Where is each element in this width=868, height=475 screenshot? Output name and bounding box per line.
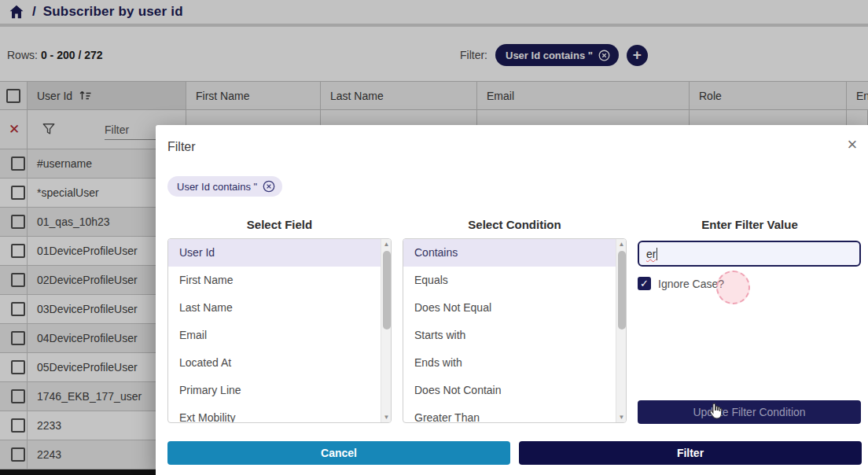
field-option-first-name[interactable]: First Name (168, 267, 381, 294)
enter-value-heading: Enter Filter Value (638, 218, 862, 231)
text-caret (657, 248, 657, 260)
condition-option-ends-with[interactable]: Ends with (403, 349, 616, 377)
scroll-down-icon[interactable]: ▼ (381, 412, 392, 422)
modal-filter-chip-text: User Id contains " (177, 181, 257, 193)
select-field-heading: Select Field (167, 218, 392, 231)
ignore-case-label: Ignore Case? (658, 278, 724, 290)
field-option-primary-line[interactable]: Primary Line (168, 377, 381, 404)
mouse-cursor-icon (706, 402, 724, 420)
field-option-email[interactable]: Email (168, 322, 381, 349)
condition-option-does-not-contain[interactable]: Does Not Contain (403, 377, 616, 404)
scroll-up-icon[interactable]: ▲ (381, 239, 392, 249)
condition-scrollbar[interactable]: ▲ ▼ (616, 239, 626, 422)
field-listbox: User IdFirst NameLast NameEmailLocated A… (167, 238, 392, 423)
filter-apply-button[interactable]: Filter (519, 441, 862, 465)
scroll-up-icon[interactable]: ▲ (616, 239, 627, 249)
app-screen: / Subscriber by user id Rows:0 - 200 / 2… (0, 0, 868, 475)
scrollbar-thumb[interactable] (383, 251, 391, 330)
ignore-case-row: ✓ Ignore Case? (638, 277, 724, 290)
cancel-button[interactable]: Cancel (167, 441, 510, 465)
filter-value-text: er (646, 248, 656, 260)
condition-option-does-not-equal[interactable]: Does Not Equal (403, 294, 616, 322)
condition-option-equals[interactable]: Equals (403, 267, 616, 294)
ignore-case-checkbox[interactable]: ✓ (638, 277, 651, 290)
condition-listbox: ContainsEqualsDoes Not EqualStarts withE… (403, 238, 627, 423)
select-condition-heading: Select Condition (403, 218, 627, 231)
field-scrollbar[interactable]: ▲ ▼ (381, 239, 391, 422)
field-options: User IdFirst NameLast NameEmailLocated A… (168, 239, 381, 423)
filter-value-input[interactable]: er (638, 241, 861, 267)
scroll-down-icon[interactable]: ▼ (616, 412, 627, 422)
condition-options: ContainsEqualsDoes Not EqualStarts withE… (403, 239, 616, 423)
modal-title: Filter (167, 140, 196, 154)
field-option-located-at[interactable]: Located At (168, 349, 381, 377)
filter-modal: Filter × User Id contains " Select Field… (156, 125, 868, 475)
field-option-last-name[interactable]: Last Name (168, 294, 381, 322)
condition-option-starts-with[interactable]: Starts with (403, 322, 616, 349)
field-option-user-id[interactable]: User Id (168, 239, 381, 267)
condition-option-greater-than[interactable]: Greater Than (403, 404, 616, 423)
click-highlight-ring (716, 271, 750, 304)
modal-filter-chip[interactable]: User Id contains " (167, 176, 282, 197)
condition-option-contains[interactable]: Contains (403, 239, 616, 267)
update-filter-condition-button[interactable]: Update Filter Condition (638, 400, 861, 424)
scrollbar-thumb[interactable] (618, 251, 626, 330)
remove-filter-icon[interactable] (263, 180, 275, 193)
close-icon[interactable]: × (844, 136, 861, 153)
field-option-ext-mobility[interactable]: Ext Mobility (168, 404, 381, 423)
